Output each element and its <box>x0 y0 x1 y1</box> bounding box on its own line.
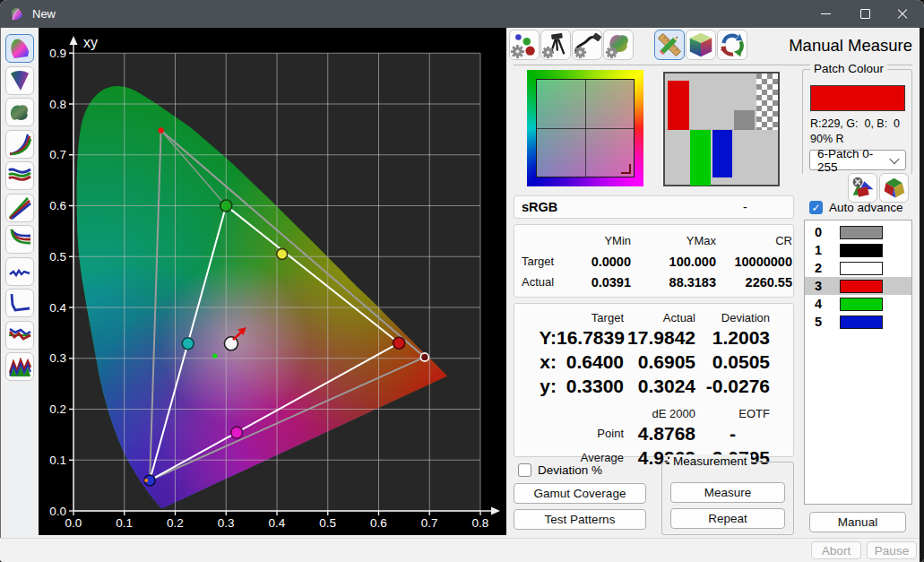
patch-list-item-5[interactable]: 5 <box>805 313 911 331</box>
abort-button[interactable]: Abort <box>811 541 861 559</box>
patch-percent-label: 90% R <box>810 133 844 145</box>
sidebar-item-gamma-curves[interactable] <box>5 130 34 159</box>
colorspace-bar: sRGB - <box>514 195 794 219</box>
patch-list-item-4[interactable]: 4 <box>805 295 911 313</box>
patch-swatch <box>840 316 883 329</box>
open-patch-set-button[interactable] <box>879 173 909 203</box>
luminance-zigzag-icon <box>8 260 31 283</box>
y-tick-label: 0.2 <box>49 402 66 416</box>
x-tick-label: 0.0 <box>65 516 82 530</box>
gamut-shape-icon <box>604 30 633 59</box>
pause-button[interactable]: Pause <box>867 541 917 559</box>
sidebar-item-rgb-balance-curves[interactable] <box>5 161 34 190</box>
toolbar-meter-settings-button[interactable] <box>540 30 571 60</box>
pattern-green-bar <box>690 130 711 186</box>
toolbar-measurement-settings-button[interactable] <box>509 30 540 60</box>
pattern-gray-square <box>734 110 755 130</box>
toolbar-manual-measure-button[interactable] <box>654 30 685 60</box>
app-icon <box>9 6 25 22</box>
sidebar-item-gamut-3d-cone[interactable] <box>5 66 34 95</box>
patch-list-item-2[interactable]: 2 <box>805 259 911 277</box>
y-tick-label: 0.3 <box>49 351 66 365</box>
point-red-measured <box>420 353 428 361</box>
sidebar-item-cie-xy-diagram[interactable] <box>5 34 34 63</box>
close-button[interactable] <box>883 0 922 28</box>
table-row-actual: Actual 0.0391 88.3183 2260.55 <box>522 272 784 292</box>
table-row-Y: Y: 16.7839 17.9842 1.2003 <box>514 325 793 350</box>
table-row-y: y: 0.3300 0.3024 -0.0276 <box>514 374 793 398</box>
patch-index: 0 <box>805 225 832 239</box>
patch-index: 3 <box>805 279 832 293</box>
point-red-target <box>393 337 405 349</box>
toolbar-pattern-generator-settings-button[interactable] <box>572 30 602 60</box>
x-tick-label: 0.3 <box>218 516 235 530</box>
toolbar-refresh-loop-button[interactable] <box>717 30 747 60</box>
y-tick-label: 0.9 <box>49 47 66 60</box>
col-cr: CR <box>716 234 792 247</box>
y-tick-label: 0.8 <box>49 98 66 111</box>
x-tick-label: 0.7 <box>421 516 438 530</box>
point-cyan-target <box>182 338 194 350</box>
patch-preset-select[interactable]: 6-Patch 0-255 <box>809 150 906 170</box>
x-tick-label: 0.2 <box>167 516 184 530</box>
x-tick-label: 0.4 <box>269 516 286 530</box>
point-green-small-measured <box>212 353 217 358</box>
patch-index: 5 <box>805 315 832 329</box>
cie-diagram-canvas: xy 0.00.10.20.30.40.50.60.70.80.00.10.20… <box>39 28 506 535</box>
pattern-red-bar <box>668 81 689 130</box>
patch-rgb-values: R:229, G: 0, B: 0 <box>810 117 900 130</box>
chart-type-sidebar <box>0 28 39 538</box>
y-tick-label: 0.5 <box>49 250 66 264</box>
patch-swatch <box>840 244 883 257</box>
minimize-button[interactable] <box>806 0 845 28</box>
remove-patch-set-button[interactable] <box>848 173 877 203</box>
col-target: Target <box>557 311 624 324</box>
measure-button[interactable]: Measure <box>670 482 785 503</box>
col-de2000: dE 2000 <box>624 407 695 420</box>
deviation-percent-checkbox[interactable]: Deviation % <box>518 463 602 477</box>
toolbar-color-cube-button[interactable] <box>686 30 716 60</box>
color-picker[interactable] <box>527 70 643 186</box>
y-tick-label: 0.1 <box>49 454 66 467</box>
sidebar-item-gamut-3d-volume[interactable] <box>5 98 34 126</box>
colorspace-name: sRGB <box>522 200 557 214</box>
gamut-volume-icon <box>8 100 31 124</box>
sidebar-item-rgb-error-lines[interactable] <box>5 321 34 350</box>
sidebar-item-rgb-levels-curves[interactable] <box>5 225 34 254</box>
point-blue-measured-tick <box>144 479 148 482</box>
pattern-transparency-checker <box>756 73 778 130</box>
patch-list-item-0[interactable]: 0 <box>805 223 911 241</box>
cable-icon <box>573 30 601 59</box>
close-icon <box>897 9 908 20</box>
sidebar-item-rgb-noise-lines[interactable] <box>5 352 34 381</box>
deviation-checkbox-box[interactable] <box>518 463 531 477</box>
y-tick-label: 0.0 <box>49 505 66 518</box>
maximize-icon <box>860 9 870 19</box>
toolbar-gamut-settings-button[interactable] <box>603 30 634 60</box>
maximize-button[interactable] <box>845 0 885 28</box>
measurement-settings-icon <box>510 30 539 59</box>
patch-list-item-1[interactable]: 1 <box>805 241 911 259</box>
auto-advance-checkbox-box[interactable]: ✓ <box>809 201 823 214</box>
patch-list: 012345 <box>804 220 912 505</box>
y-tick-label: 0.4 <box>49 301 66 315</box>
patch-list-item-3[interactable]: 3 <box>805 277 911 295</box>
col-actual: Actual <box>624 311 695 324</box>
sidebar-item-eotf-curve[interactable] <box>5 289 34 317</box>
x-tick-label: 0.1 <box>116 516 133 530</box>
sidebar-item-rgb-tracking-lines[interactable] <box>5 194 34 222</box>
rgb-error-icon <box>8 324 31 347</box>
luminance-table: YMin YMax CR Target 0.0000 100.000 10000… <box>514 224 794 298</box>
patch-index: 4 <box>805 297 832 311</box>
sidebar-item-luminance-line[interactable] <box>5 257 34 286</box>
color-picker-field[interactable] <box>536 79 635 177</box>
repeat-button[interactable]: Repeat <box>670 508 785 529</box>
gamut-coverage-button[interactable]: Gamut Coverage <box>514 483 646 504</box>
manual-button[interactable]: Manual <box>809 512 906 532</box>
test-patterns-button[interactable]: Test Patterns <box>514 509 646 530</box>
title-bar: New <box>0 0 924 28</box>
col-deviation: Deviation <box>695 311 770 324</box>
patch-index: 1 <box>805 243 832 257</box>
auto-advance-checkbox[interactable]: ✓ Auto advance <box>809 201 903 214</box>
x-tick-label: 0.8 <box>472 516 489 530</box>
